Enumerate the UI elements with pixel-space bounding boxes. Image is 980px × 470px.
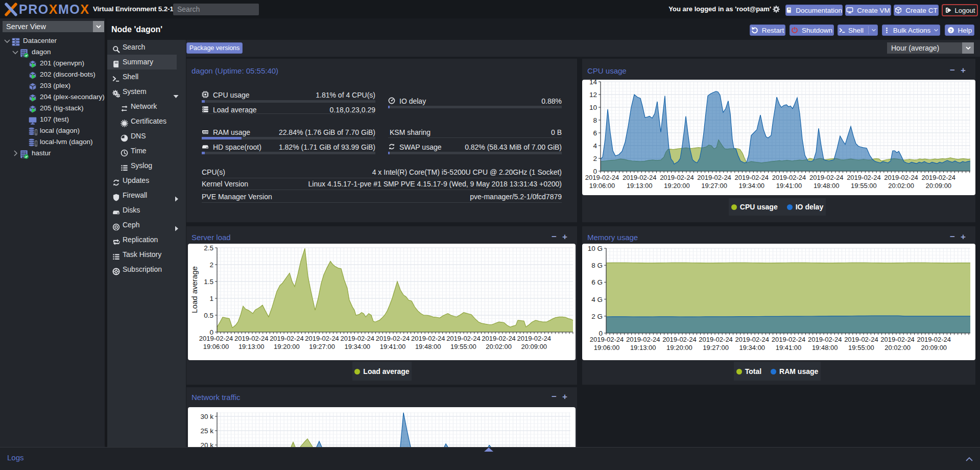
svg-text:2.5: 2.5 (204, 244, 213, 252)
svg-text:Load average: Load average (190, 266, 199, 313)
svg-text:6 G: 6 G (591, 278, 603, 286)
svg-text:19:41:00: 19:41:00 (776, 182, 802, 190)
svg-text:2 G: 2 G (591, 313, 603, 320)
svg-text:19:06:00: 19:06:00 (203, 343, 229, 350)
svg-text:2019-02-24: 2019-02-24 (772, 336, 806, 343)
svg-text:2019-02-24: 2019-02-24 (585, 174, 619, 181)
svg-text:19:34:00: 19:34:00 (738, 182, 764, 190)
svg-text:4 G: 4 G (591, 296, 603, 303)
svg-text:2019-02-24: 2019-02-24 (590, 336, 624, 343)
svg-text:19:48:00: 19:48:00 (812, 344, 838, 351)
svg-text:19:48:00: 19:48:00 (415, 343, 441, 350)
svg-text:19:20:00: 19:20:00 (666, 344, 692, 351)
svg-text:2019-02-24: 2019-02-24 (411, 335, 445, 342)
svg-text:20:02:00: 20:02:00 (885, 344, 911, 351)
svg-text:2019-02-24: 2019-02-24 (270, 335, 304, 342)
svg-text:2019-02-24: 2019-02-24 (662, 336, 697, 343)
svg-text:30 k: 30 k (200, 413, 213, 420)
svg-text:10 G: 10 G (588, 245, 603, 252)
svg-text:2019-02-24: 2019-02-24 (446, 335, 481, 342)
svg-text:2019-02-24: 2019-02-24 (844, 336, 878, 343)
svg-text:1.5: 1.5 (204, 278, 213, 286)
svg-text:2019-02-24: 2019-02-24 (623, 174, 657, 181)
svg-text:20 k: 20 k (200, 441, 213, 447)
svg-text:2019-02-24: 2019-02-24 (234, 335, 269, 342)
svg-text:19:55:00: 19:55:00 (450, 343, 476, 350)
svg-text:6: 6 (593, 129, 597, 137)
svg-text:2019-02-24: 2019-02-24 (699, 336, 733, 343)
svg-text:20:09:00: 20:09:00 (521, 343, 547, 350)
svg-text:2019-02-24: 2019-02-24 (917, 336, 951, 343)
svg-text:19:20:00: 19:20:00 (664, 182, 690, 190)
svg-text:19:13:00: 19:13:00 (627, 182, 653, 190)
svg-text:19:13:00: 19:13:00 (238, 343, 265, 350)
svg-text:2019-02-24: 2019-02-24 (626, 336, 660, 343)
svg-text:2019-02-24: 2019-02-24 (847, 174, 881, 181)
svg-text:1: 1 (209, 295, 213, 302)
svg-text:2019-02-24: 2019-02-24 (305, 335, 339, 342)
svg-text:20:02:00: 20:02:00 (888, 182, 914, 190)
svg-text:2019-02-24: 2019-02-24 (922, 174, 956, 181)
svg-text:10: 10 (589, 104, 597, 111)
svg-text:19:06:00: 19:06:00 (589, 182, 615, 190)
svg-text:19:41:00: 19:41:00 (776, 344, 802, 351)
svg-text:4: 4 (593, 142, 597, 150)
svg-text:20:09:00: 20:09:00 (921, 344, 947, 351)
svg-text:2019-02-24: 2019-02-24 (697, 174, 731, 181)
svg-text:19:48:00: 19:48:00 (814, 182, 840, 190)
svg-text:?: ? (949, 28, 952, 33)
svg-text:8 G: 8 G (591, 262, 603, 269)
svg-text:14: 14 (589, 80, 597, 86)
svg-text:2019-02-24: 2019-02-24 (376, 335, 410, 342)
svg-text:2019-02-24: 2019-02-24 (808, 336, 842, 343)
svg-text:2019-02-24: 2019-02-24 (517, 335, 552, 342)
svg-text:19:41:00: 19:41:00 (380, 343, 406, 350)
svg-text:19:27:00: 19:27:00 (701, 182, 727, 190)
svg-text:19:06:00: 19:06:00 (594, 344, 620, 351)
svg-text:2019-02-24: 2019-02-24 (660, 174, 694, 181)
svg-text:19:34:00: 19:34:00 (344, 343, 370, 350)
svg-text:19:55:00: 19:55:00 (848, 344, 874, 351)
svg-text:19:13:00: 19:13:00 (630, 344, 656, 351)
svg-text:19:34:00: 19:34:00 (739, 344, 765, 351)
svg-text:2019-02-24: 2019-02-24 (199, 335, 233, 342)
svg-text:2019-02-24: 2019-02-24 (482, 335, 516, 342)
svg-text:2019-02-24: 2019-02-24 (735, 336, 770, 343)
svg-text:25 k: 25 k (200, 427, 213, 435)
svg-text:2: 2 (593, 155, 597, 162)
svg-text:20:09:00: 20:09:00 (925, 182, 951, 190)
svg-text:19:27:00: 19:27:00 (703, 344, 729, 351)
svg-text:20:02:00: 20:02:00 (486, 343, 512, 350)
svg-text:19:20:00: 19:20:00 (274, 343, 300, 350)
svg-text:2019-02-24: 2019-02-24 (341, 335, 375, 342)
svg-text:2019-02-24: 2019-02-24 (880, 336, 915, 343)
svg-text:19:27:00: 19:27:00 (309, 343, 335, 350)
svg-text:12: 12 (589, 91, 597, 99)
svg-text:0.5: 0.5 (204, 312, 213, 319)
svg-text:2019-02-24: 2019-02-24 (735, 174, 769, 181)
svg-text:2019-02-24: 2019-02-24 (772, 174, 806, 181)
svg-text:2019-02-24: 2019-02-24 (809, 174, 844, 181)
svg-text:2: 2 (209, 261, 213, 269)
svg-text:2019-02-24: 2019-02-24 (884, 174, 918, 181)
svg-text:8: 8 (593, 116, 597, 124)
svg-text:19:55:00: 19:55:00 (851, 182, 877, 190)
